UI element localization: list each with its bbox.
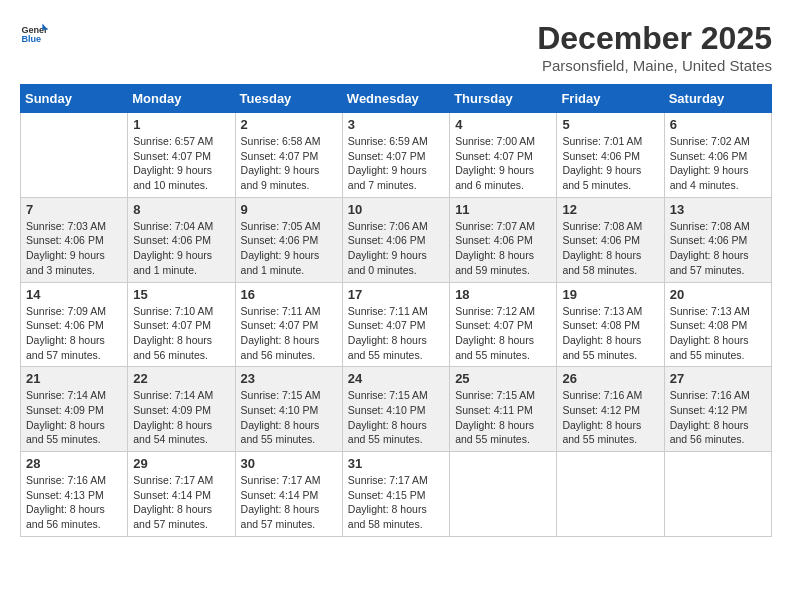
day-info: Sunrise: 7:13 AM Sunset: 4:08 PM Dayligh… <box>670 304 766 363</box>
logo-icon: General Blue <box>20 20 48 48</box>
logo: General Blue <box>20 20 48 48</box>
day-info: Sunrise: 7:00 AM Sunset: 4:07 PM Dayligh… <box>455 134 551 193</box>
weekday-header-tuesday: Tuesday <box>235 85 342 113</box>
day-number: 14 <box>26 287 122 302</box>
calendar-cell: 8Sunrise: 7:04 AM Sunset: 4:06 PM Daylig… <box>128 197 235 282</box>
day-number: 23 <box>241 371 337 386</box>
calendar-cell: 24Sunrise: 7:15 AM Sunset: 4:10 PM Dayli… <box>342 367 449 452</box>
calendar-cell: 23Sunrise: 7:15 AM Sunset: 4:10 PM Dayli… <box>235 367 342 452</box>
day-info: Sunrise: 7:16 AM Sunset: 4:12 PM Dayligh… <box>670 388 766 447</box>
day-info: Sunrise: 7:14 AM Sunset: 4:09 PM Dayligh… <box>133 388 229 447</box>
month-title: December 2025 <box>537 20 772 57</box>
day-info: Sunrise: 7:01 AM Sunset: 4:06 PM Dayligh… <box>562 134 658 193</box>
calendar-week-3: 14Sunrise: 7:09 AM Sunset: 4:06 PM Dayli… <box>21 282 772 367</box>
day-info: Sunrise: 7:15 AM Sunset: 4:10 PM Dayligh… <box>348 388 444 447</box>
title-block: December 2025 Parsonsfield, Maine, Unite… <box>537 20 772 74</box>
calendar-cell: 29Sunrise: 7:17 AM Sunset: 4:14 PM Dayli… <box>128 452 235 537</box>
day-number: 22 <box>133 371 229 386</box>
day-info: Sunrise: 7:17 AM Sunset: 4:14 PM Dayligh… <box>133 473 229 532</box>
calendar-cell: 11Sunrise: 7:07 AM Sunset: 4:06 PM Dayli… <box>450 197 557 282</box>
calendar-week-4: 21Sunrise: 7:14 AM Sunset: 4:09 PM Dayli… <box>21 367 772 452</box>
calendar-cell: 16Sunrise: 7:11 AM Sunset: 4:07 PM Dayli… <box>235 282 342 367</box>
calendar-cell: 12Sunrise: 7:08 AM Sunset: 4:06 PM Dayli… <box>557 197 664 282</box>
day-info: Sunrise: 7:13 AM Sunset: 4:08 PM Dayligh… <box>562 304 658 363</box>
day-info: Sunrise: 7:08 AM Sunset: 4:06 PM Dayligh… <box>670 219 766 278</box>
day-number: 19 <box>562 287 658 302</box>
calendar-cell: 10Sunrise: 7:06 AM Sunset: 4:06 PM Dayli… <box>342 197 449 282</box>
day-info: Sunrise: 7:10 AM Sunset: 4:07 PM Dayligh… <box>133 304 229 363</box>
day-number: 2 <box>241 117 337 132</box>
day-number: 7 <box>26 202 122 217</box>
day-info: Sunrise: 7:16 AM Sunset: 4:13 PM Dayligh… <box>26 473 122 532</box>
day-number: 10 <box>348 202 444 217</box>
calendar-cell: 6Sunrise: 7:02 AM Sunset: 4:06 PM Daylig… <box>664 113 771 198</box>
day-info: Sunrise: 7:16 AM Sunset: 4:12 PM Dayligh… <box>562 388 658 447</box>
calendar-cell: 13Sunrise: 7:08 AM Sunset: 4:06 PM Dayli… <box>664 197 771 282</box>
day-info: Sunrise: 7:11 AM Sunset: 4:07 PM Dayligh… <box>241 304 337 363</box>
day-number: 13 <box>670 202 766 217</box>
calendar-cell <box>21 113 128 198</box>
day-number: 1 <box>133 117 229 132</box>
day-info: Sunrise: 7:04 AM Sunset: 4:06 PM Dayligh… <box>133 219 229 278</box>
location-title: Parsonsfield, Maine, United States <box>537 57 772 74</box>
calendar-cell: 26Sunrise: 7:16 AM Sunset: 4:12 PM Dayli… <box>557 367 664 452</box>
day-number: 20 <box>670 287 766 302</box>
day-number: 16 <box>241 287 337 302</box>
day-info: Sunrise: 7:17 AM Sunset: 4:15 PM Dayligh… <box>348 473 444 532</box>
calendar-cell: 17Sunrise: 7:11 AM Sunset: 4:07 PM Dayli… <box>342 282 449 367</box>
day-number: 9 <box>241 202 337 217</box>
calendar-cell: 5Sunrise: 7:01 AM Sunset: 4:06 PM Daylig… <box>557 113 664 198</box>
svg-text:Blue: Blue <box>21 34 41 44</box>
calendar-cell: 9Sunrise: 7:05 AM Sunset: 4:06 PM Daylig… <box>235 197 342 282</box>
calendar-cell: 28Sunrise: 7:16 AM Sunset: 4:13 PM Dayli… <box>21 452 128 537</box>
day-info: Sunrise: 6:58 AM Sunset: 4:07 PM Dayligh… <box>241 134 337 193</box>
calendar-week-1: 1Sunrise: 6:57 AM Sunset: 4:07 PM Daylig… <box>21 113 772 198</box>
day-number: 12 <box>562 202 658 217</box>
calendar-cell: 15Sunrise: 7:10 AM Sunset: 4:07 PM Dayli… <box>128 282 235 367</box>
day-number: 29 <box>133 456 229 471</box>
day-info: Sunrise: 7:06 AM Sunset: 4:06 PM Dayligh… <box>348 219 444 278</box>
day-number: 25 <box>455 371 551 386</box>
day-number: 15 <box>133 287 229 302</box>
day-number: 8 <box>133 202 229 217</box>
calendar-cell: 31Sunrise: 7:17 AM Sunset: 4:15 PM Dayli… <box>342 452 449 537</box>
calendar-cell: 20Sunrise: 7:13 AM Sunset: 4:08 PM Dayli… <box>664 282 771 367</box>
calendar-cell: 22Sunrise: 7:14 AM Sunset: 4:09 PM Dayli… <box>128 367 235 452</box>
day-info: Sunrise: 7:15 AM Sunset: 4:11 PM Dayligh… <box>455 388 551 447</box>
day-number: 21 <box>26 371 122 386</box>
day-number: 28 <box>26 456 122 471</box>
day-info: Sunrise: 6:57 AM Sunset: 4:07 PM Dayligh… <box>133 134 229 193</box>
calendar-cell: 2Sunrise: 6:58 AM Sunset: 4:07 PM Daylig… <box>235 113 342 198</box>
calendar-cell: 3Sunrise: 6:59 AM Sunset: 4:07 PM Daylig… <box>342 113 449 198</box>
weekday-header-sunday: Sunday <box>21 85 128 113</box>
calendar-cell: 30Sunrise: 7:17 AM Sunset: 4:14 PM Dayli… <box>235 452 342 537</box>
day-number: 3 <box>348 117 444 132</box>
weekday-header-friday: Friday <box>557 85 664 113</box>
day-info: Sunrise: 7:03 AM Sunset: 4:06 PM Dayligh… <box>26 219 122 278</box>
day-number: 5 <box>562 117 658 132</box>
calendar-cell <box>557 452 664 537</box>
calendar-week-2: 7Sunrise: 7:03 AM Sunset: 4:06 PM Daylig… <box>21 197 772 282</box>
day-number: 26 <box>562 371 658 386</box>
day-number: 31 <box>348 456 444 471</box>
day-info: Sunrise: 7:02 AM Sunset: 4:06 PM Dayligh… <box>670 134 766 193</box>
day-info: Sunrise: 7:08 AM Sunset: 4:06 PM Dayligh… <box>562 219 658 278</box>
weekday-header-wednesday: Wednesday <box>342 85 449 113</box>
day-number: 11 <box>455 202 551 217</box>
page-header: General Blue December 2025 Parsonsfield,… <box>20 20 772 74</box>
calendar-table: SundayMondayTuesdayWednesdayThursdayFrid… <box>20 84 772 537</box>
day-number: 6 <box>670 117 766 132</box>
day-number: 24 <box>348 371 444 386</box>
day-info: Sunrise: 7:15 AM Sunset: 4:10 PM Dayligh… <box>241 388 337 447</box>
weekday-header-monday: Monday <box>128 85 235 113</box>
day-info: Sunrise: 7:17 AM Sunset: 4:14 PM Dayligh… <box>241 473 337 532</box>
weekday-header-thursday: Thursday <box>450 85 557 113</box>
calendar-cell: 18Sunrise: 7:12 AM Sunset: 4:07 PM Dayli… <box>450 282 557 367</box>
calendar-cell: 14Sunrise: 7:09 AM Sunset: 4:06 PM Dayli… <box>21 282 128 367</box>
calendar-cell: 21Sunrise: 7:14 AM Sunset: 4:09 PM Dayli… <box>21 367 128 452</box>
day-info: Sunrise: 7:07 AM Sunset: 4:06 PM Dayligh… <box>455 219 551 278</box>
weekday-header-saturday: Saturday <box>664 85 771 113</box>
day-number: 27 <box>670 371 766 386</box>
calendar-cell: 25Sunrise: 7:15 AM Sunset: 4:11 PM Dayli… <box>450 367 557 452</box>
calendar-cell <box>450 452 557 537</box>
